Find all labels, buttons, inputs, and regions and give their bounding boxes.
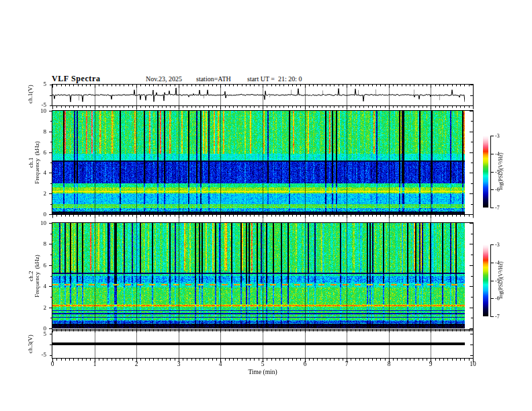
freq-tick-label: 4 — [33, 169, 46, 176]
colorbar-tick-label: -7 — [495, 314, 500, 320]
colorbar-tick — [490, 136, 494, 136]
freq-tick-label: 10 — [33, 107, 46, 114]
freq-tick-label: 4 — [33, 283, 46, 289]
vlf-spectra-figure: VLF Spectra Nov.23, 2025 station=ATH sta… — [0, 0, 532, 411]
freq-tick-label: 6 — [33, 149, 46, 156]
voltage-tick-label: -5 — [33, 351, 46, 358]
freq-tick-label: 8 — [33, 240, 46, 247]
x-tick-label: 7 — [339, 361, 355, 367]
x-tick-label: 1 — [87, 361, 103, 367]
colorbar-tick — [490, 281, 494, 281]
time-axis-label: Time (min) — [236, 369, 290, 375]
colorbar-tick — [490, 208, 494, 208]
colorbar-tick-label: -6 — [495, 187, 500, 193]
voltage-tick-label: 5 — [33, 81, 46, 87]
colorbar-tick — [490, 263, 494, 263]
freq-tick-label: 6 — [33, 262, 46, 269]
colorbar-tick — [490, 172, 494, 173]
freq-tick-label: 0 — [33, 211, 46, 218]
axes-ticks-gridlines — [0, 0, 532, 411]
colorbar-tick — [490, 316, 494, 317]
colorbar-tick-label: -6 — [495, 295, 500, 302]
x-tick-label: 4 — [212, 361, 228, 367]
colorbar-tick-label: -3 — [495, 133, 500, 139]
colorbar-tick — [490, 154, 494, 154]
x-tick-label: 5 — [255, 361, 271, 367]
x-tick-label: 3 — [171, 361, 187, 367]
colorbar-tick-label: -5 — [495, 169, 500, 175]
colorbar-tick-label: -4 — [495, 151, 500, 157]
colorbar-tick — [490, 298, 494, 299]
freq-tick-label: 2 — [33, 304, 46, 311]
x-tick-label: 6 — [297, 361, 313, 367]
voltage-tick-label: -5 — [33, 101, 46, 108]
x-tick-label: 0 — [44, 361, 60, 367]
colorbar-tick-label: -4 — [495, 260, 500, 266]
colorbar-tick-label: -7 — [495, 205, 500, 211]
colorbar-tick — [490, 189, 494, 190]
freq-tick-label: 8 — [33, 128, 46, 135]
x-tick-label: 2 — [128, 361, 144, 367]
ch3-voltage-axis-label: ch.3(V) — [24, 304, 38, 384]
colorbar-tick — [490, 244, 494, 245]
x-tick-label: 9 — [423, 361, 439, 367]
colorbar-tick-label: -5 — [495, 278, 500, 284]
voltage-tick-label: 5 — [33, 330, 46, 337]
x-tick-label: 10 — [465, 361, 481, 367]
x-tick-label: 8 — [381, 361, 397, 367]
colorbar-tick-label: -3 — [495, 242, 500, 248]
freq-tick-label: 10 — [33, 220, 46, 226]
freq-tick-label: 2 — [33, 190, 46, 197]
